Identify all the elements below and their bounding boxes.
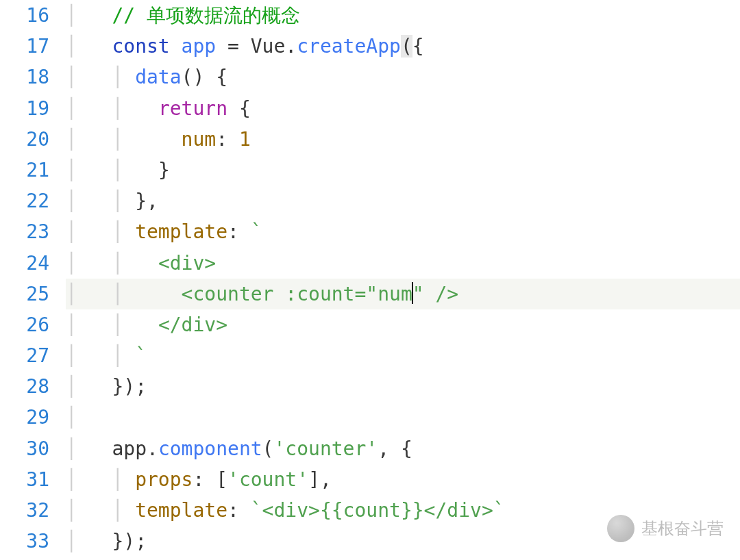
- line-number: 25: [0, 279, 49, 309]
- code-line[interactable]: │ │ return {: [66, 93, 740, 124]
- line-number: 23: [0, 216, 49, 247]
- code-line[interactable]: │ │ data() {: [66, 62, 740, 92]
- line-number: 27: [0, 340, 49, 371]
- line-number: 32: [0, 495, 49, 526]
- code-line[interactable]: │ │ template: `: [66, 216, 740, 247]
- line-number: 18: [0, 62, 49, 92]
- code-line[interactable]: │ │ props: ['count'],: [66, 464, 740, 495]
- line-number: 16: [0, 0, 49, 31]
- code-area[interactable]: │ // 单项数据流的概念 │ const app = Vue.createAp…: [59, 0, 740, 560]
- code-line[interactable]: │ app.component('counter', {: [66, 433, 740, 464]
- line-number: 26: [0, 309, 49, 340]
- code-line[interactable]: │ const app = Vue.createApp({: [66, 31, 740, 62]
- code-line[interactable]: │ │ </div>: [66, 309, 740, 340]
- line-number: 28: [0, 371, 49, 402]
- code-line[interactable]: │ │ },: [66, 186, 740, 216]
- line-number: 33: [0, 526, 49, 557]
- code-line[interactable]: │ });: [66, 371, 740, 402]
- line-number: 31: [0, 464, 49, 495]
- line-number: 29: [0, 402, 49, 433]
- code-line[interactable]: │ │ <div>: [66, 248, 740, 279]
- line-number: 17: [0, 31, 49, 62]
- comment-text: // 单项数据流的概念: [112, 4, 300, 27]
- code-line[interactable]: │ });: [66, 526, 740, 557]
- line-number: 30: [0, 433, 49, 464]
- code-line[interactable]: │: [66, 402, 740, 433]
- line-number: 19: [0, 93, 49, 124]
- code-line[interactable]: │ │ `: [66, 340, 740, 371]
- code-editor[interactable]: 16 17 18 19 20 21 22 23 24 25 26 27 28 2…: [0, 0, 740, 560]
- code-line[interactable]: │ // 单项数据流的概念: [66, 0, 740, 31]
- line-number: 22: [0, 186, 49, 216]
- line-number: 24: [0, 248, 49, 279]
- line-number: 21: [0, 155, 49, 186]
- code-line-active[interactable]: │ │ <counter :count="num" />: [66, 279, 740, 309]
- code-line[interactable]: │ │ template: `<div>{{count}}</div>`: [66, 495, 740, 526]
- line-number-gutter: 16 17 18 19 20 21 22 23 24 25 26 27 28 2…: [0, 0, 59, 560]
- code-line[interactable]: │ │ }: [66, 155, 740, 186]
- code-line[interactable]: │ │ num: 1: [66, 124, 740, 155]
- line-number: 20: [0, 124, 49, 155]
